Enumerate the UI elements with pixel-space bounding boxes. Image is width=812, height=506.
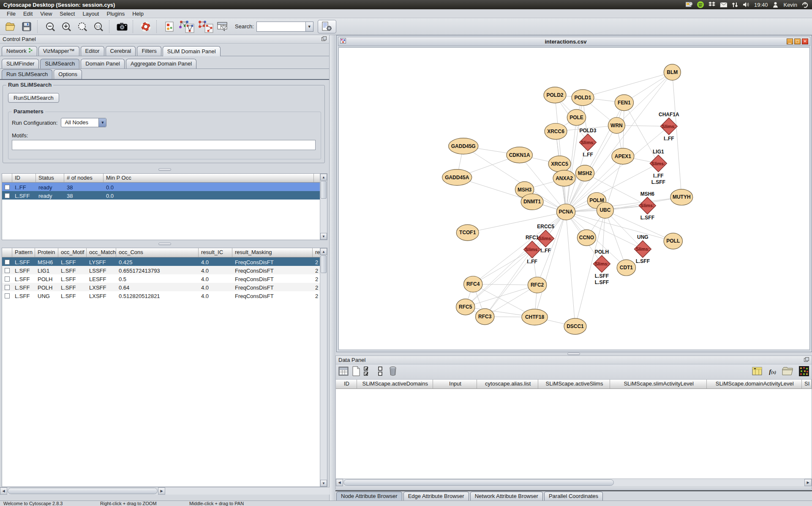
bottom-tab-edge-attribute-browser[interactable]: Edge Attribute Browser — [403, 492, 469, 501]
protein-node-ccno[interactable]: CCNO — [577, 230, 596, 246]
row-checkbox[interactable] — [5, 260, 10, 265]
protein-node-cdt1[interactable]: CDT1 — [617, 260, 635, 276]
destroy-network-view-icon[interactable] — [178, 20, 196, 33]
subtab-domain-panel[interactable]: Domain Panel — [81, 59, 125, 68]
menu-edit[interactable]: Edit — [20, 10, 36, 17]
unselect-attributes-icon[interactable] — [378, 366, 383, 377]
innertab-options[interactable]: Options — [54, 69, 82, 79]
attribute-column-header[interactable]: ID — [336, 380, 357, 388]
scroll-thumb[interactable] — [343, 479, 614, 486]
protein-node-pold1[interactable]: POLD1 — [572, 90, 594, 106]
scroll-right-button[interactable]: ▶ — [158, 487, 165, 495]
zoom-in-button[interactable] — [59, 20, 74, 33]
edge-GADD45A-PCNA[interactable] — [457, 178, 566, 212]
tab-network[interactable]: Network — [2, 46, 37, 56]
attribute-column-header[interactable]: SLiMScape.slimActivityLevel — [610, 380, 707, 388]
float-panel-icon[interactable] — [804, 357, 809, 363]
table-row[interactable]: L.SFFready380.0 — [2, 191, 327, 200]
bottom-tab-parallel-coordinates[interactable]: Parallel Coordinates — [544, 492, 603, 501]
protein-node-pold2[interactable]: POLD2 — [544, 87, 566, 103]
attribute-column-header[interactable]: cytoscape.alias.list — [477, 380, 538, 388]
edge-RFC2-RFC4[interactable] — [473, 284, 537, 285]
frame-icon[interactable] — [340, 38, 346, 45]
protein-node-blm[interactable]: BLM — [664, 64, 681, 80]
float-panel-icon[interactable] — [322, 36, 327, 42]
search-input[interactable] — [256, 22, 305, 32]
tab-cerebral[interactable]: Cerebral — [106, 46, 136, 56]
edge-RFC1-RFC3[interactable] — [485, 249, 532, 317]
edge-MUTYH-PCNA[interactable] — [566, 197, 682, 212]
import-attributes-folder-icon[interactable] — [782, 367, 793, 377]
run-configuration-dropdown-arrow[interactable]: ▼ — [98, 118, 106, 127]
attribute-column-header[interactable]: SLiMScape.domainActivityLevel — [707, 380, 802, 388]
slim-node-ung[interactable]: UNGSlims:L.SFF — [634, 234, 651, 264]
attribute-column-header[interactable]: SLiMScape.activeSlims — [538, 380, 610, 388]
scroll-left-button[interactable]: ◀ — [0, 487, 7, 495]
row-checkbox[interactable] — [5, 185, 10, 190]
protein-node-anxa2[interactable]: ANXA2 — [553, 170, 575, 186]
column-header[interactable]: result_Masking — [232, 248, 313, 257]
power-icon[interactable] — [801, 2, 809, 8]
motif-table-vscrollbar[interactable]: ▲ ▼ — [320, 174, 327, 240]
subtab-aggregate-domain-panel[interactable]: Aggregate Domain Panel — [126, 59, 196, 68]
protein-node-rfc5[interactable]: RFC5 — [456, 299, 475, 315]
attribute-grid-icon[interactable] — [338, 367, 349, 377]
create-network-view-icon[interactable] — [196, 20, 214, 33]
tab-slim-domain-panel[interactable]: SLiM Domain Panel — [163, 46, 221, 56]
menu-select[interactable]: Select — [56, 10, 78, 17]
scroll-thumb[interactable] — [321, 181, 327, 199]
row-checkbox[interactable] — [5, 193, 10, 198]
protein-node-tcof1[interactable]: TCOF1 — [456, 224, 479, 241]
innertab-run-slimsearch[interactable]: Run SLiMSearch — [2, 69, 52, 79]
protein-node-fen1[interactable]: FEN1 — [615, 95, 633, 111]
menu-file[interactable]: File — [3, 10, 19, 17]
protein-node-pole[interactable]: POLE — [567, 109, 586, 126]
subtab-slimfinder[interactable]: SLiMFinder — [2, 59, 39, 68]
protein-node-chtf18[interactable]: CHTF18 — [522, 309, 548, 325]
volume-tray-icon[interactable] — [743, 2, 750, 8]
protein-node-ubc[interactable]: UBC — [597, 202, 613, 218]
function-builder-icon[interactable]: f(x) — [769, 368, 776, 375]
mail-tray-icon[interactable] — [720, 2, 727, 8]
menu-plugins[interactable]: Plugins — [104, 10, 128, 17]
protein-node-pcna[interactable]: PCNA — [556, 204, 575, 220]
search-combobox[interactable]: ▼ — [256, 22, 313, 32]
table-row[interactable]: L.SFFLIG1L.SFFLSSFF0.6551724137934.0Freq… — [2, 266, 327, 274]
menu-view[interactable]: View — [37, 10, 55, 17]
protein-node-xrcc6[interactable]: XRCC6 — [545, 123, 567, 139]
run-configuration-combobox[interactable]: All Nodes ▼ — [61, 118, 106, 127]
open-file-button[interactable] — [3, 20, 18, 33]
close-window-button[interactable]: ✕ — [802, 38, 808, 44]
run-slimsearch-button[interactable]: RunSLiMSearch — [8, 93, 59, 103]
protein-node-cdkn1a[interactable]: CDKN1A — [507, 147, 533, 163]
edge-BLM-MUTYH[interactable] — [672, 72, 681, 197]
slim-node-pold3[interactable]: POLD3Slims:I..FF — [579, 128, 596, 158]
protein-node-msh2[interactable]: MSH2 — [575, 165, 594, 181]
row-checkbox[interactable] — [5, 293, 10, 298]
edge-POLD2-PCNA[interactable] — [555, 95, 566, 212]
protein-node-gadd45g[interactable]: GADD45G — [449, 138, 478, 154]
attribute-column-header[interactable]: SLiMScape.activeDomains — [357, 380, 433, 388]
protein-node-mutyh[interactable]: MUTYH — [670, 189, 693, 205]
zoom-selected-button[interactable] — [75, 20, 90, 33]
snapshot-camera-button[interactable] — [114, 20, 130, 33]
network-datapanel-splitter[interactable] — [335, 352, 812, 356]
select-attributes-icon[interactable] — [364, 366, 375, 377]
heatmap-matrix-icon[interactable] — [799, 366, 809, 377]
spotify-tray-icon[interactable] — [697, 2, 704, 8]
network-canvas[interactable]: BLMPOLD2POLD1FEN1POLECHAF1ASlims:I..FFWR… — [338, 47, 810, 350]
main-split-divider[interactable] — [330, 35, 335, 501]
attribute-table-select-icon[interactable] — [752, 366, 763, 377]
menu-help[interactable]: Help — [129, 10, 147, 17]
zoom-fit-button[interactable]: 1:1 — [91, 20, 106, 33]
edge-PCNA-DSCC1[interactable] — [566, 212, 575, 326]
column-header[interactable]: ID — [12, 174, 36, 182]
column-header[interactable]: result_IC — [199, 248, 232, 257]
protein-node-rfc4[interactable]: RFC4 — [464, 276, 482, 292]
table-row[interactable]: L.SFFPOLHL.SFFLESFF0.54.0FreqConsDisFT2 — [2, 274, 327, 283]
motifs-input[interactable] — [12, 140, 316, 150]
files-tray-icon[interactable] — [686, 2, 693, 8]
maximize-window-button[interactable]: ▢ — [794, 38, 801, 44]
slim-node-chaf1a[interactable]: CHAF1ASlims:I..FF — [659, 112, 679, 142]
column-header[interactable]: occ_Match — [87, 248, 116, 257]
